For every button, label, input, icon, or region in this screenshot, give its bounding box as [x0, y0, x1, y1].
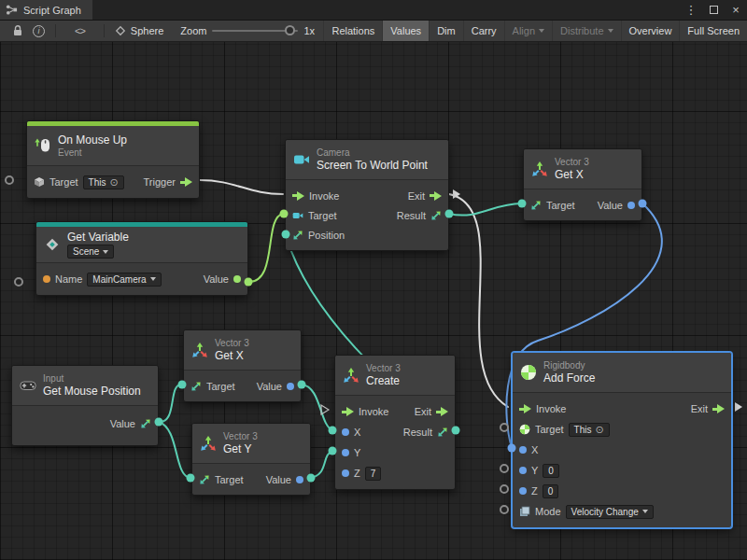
carry-button[interactable]: Carry [463, 21, 504, 41]
tab-script-graph[interactable]: Script Graph [0, 0, 92, 20]
string-port-dot[interactable] [43, 275, 50, 283]
flow-arrow-icon[interactable] [180, 177, 192, 187]
connection-dot[interactable] [187, 474, 195, 483]
flow-arrow-icon[interactable] [342, 407, 354, 416]
flow-arrow-icon[interactable] [436, 407, 448, 416]
variable-scope-dropdown[interactable]: Scene [67, 245, 114, 259]
node-get-mouse-position[interactable]: Input Get Mouse Position Value [11, 365, 159, 446]
wire-exit-to-addforce-invoke [449, 194, 508, 407]
connection-dot[interactable] [280, 210, 289, 218]
vector-port-icon[interactable] [140, 418, 151, 429]
connection-dot[interactable] [298, 381, 306, 389]
node-on-mouse-up[interactable]: On Mouse Up Event Target This⊙ Trigger [26, 120, 200, 199]
lock-icon [12, 24, 23, 37]
variable-name-dropdown[interactable]: MainCamera [87, 273, 161, 287]
connection-dot[interactable] [452, 427, 460, 435]
flow-arrow-icon[interactable] [430, 191, 442, 201]
connection-dot[interactable] [329, 447, 337, 455]
connection-dot[interactable] [178, 381, 187, 389]
node-vector3-create[interactable]: Vector 3 Create Invoke Exit X Result [334, 355, 456, 490]
lock-button[interactable] [12, 24, 23, 37]
node-add-force[interactable]: Rigidbody Add Force Invoke Exit Target T… [512, 352, 732, 528]
target-object-chip[interactable]: This⊙ [569, 423, 610, 437]
toolbar-separator [104, 24, 105, 37]
graph-canvas[interactable]: On Mouse Up Event Target This⊙ Trigger [0, 42, 747, 560]
float-port-dot[interactable] [342, 428, 349, 436]
dim-button[interactable]: Dim [429, 21, 463, 41]
port-socket[interactable] [5, 175, 14, 185]
window-menu-button[interactable]: ⋮ [680, 0, 702, 20]
flow-arrow-icon[interactable] [712, 404, 725, 413]
mode-dropdown[interactable]: Velocity Change [566, 505, 654, 519]
float-port-dot[interactable] [296, 476, 303, 483]
window-close-button[interactable]: × [725, 0, 747, 20]
variable-icon [44, 236, 61, 253]
vector-port-icon[interactable] [292, 230, 303, 241]
connection-dot[interactable] [445, 210, 454, 218]
fullscreen-button[interactable]: Full Screen [679, 21, 747, 41]
port-label-value: Value [266, 474, 291, 485]
variable-name-value: MainCamera [92, 274, 146, 285]
port-socket[interactable] [500, 423, 509, 432]
connection-dot[interactable] [518, 200, 527, 208]
wire-trigger-to-invoke [200, 180, 283, 194]
vector-port-icon[interactable] [430, 210, 442, 221]
port-socket[interactable] [500, 464, 509, 473]
float-port-dot[interactable] [342, 469, 349, 477]
port-label-exit: Exit [691, 403, 708, 414]
z-value-field[interactable]: 0 [543, 484, 559, 498]
relations-button[interactable]: Relations [323, 21, 382, 41]
float-port-dot[interactable] [519, 446, 527, 454]
node-title: Add Force [543, 371, 595, 385]
values-button[interactable]: Values [382, 21, 429, 41]
rigidbody-port-icon[interactable] [519, 424, 530, 435]
connection-dot[interactable] [282, 231, 290, 239]
node-get-x-top[interactable]: Vector 3 Get X Target Value [523, 148, 642, 221]
window-maximize-button[interactable] [702, 0, 725, 20]
connection-dot[interactable] [245, 278, 253, 287]
vector-port-icon[interactable] [190, 381, 202, 392]
inspect-button[interactable]: i [33, 25, 45, 37]
overview-button[interactable]: Overview [621, 21, 680, 41]
float-port-dot[interactable] [519, 487, 527, 495]
connection-dot[interactable] [155, 418, 163, 427]
node-group: Vector 3 [555, 157, 589, 167]
float-port-dot[interactable] [342, 449, 349, 456]
object-picker-icon: ⊙ [595, 425, 603, 434]
vector-port-icon[interactable] [530, 200, 542, 211]
zoom-slider-handle[interactable] [285, 25, 295, 35]
float-port-dot[interactable] [627, 202, 635, 209]
enum-port-icon[interactable] [519, 506, 530, 517]
float-port-dot[interactable] [519, 467, 527, 474]
node-screen-to-world-point[interactable]: Camera Screen To World Point Invoke Exit… [285, 139, 449, 251]
flow-arrow-icon[interactable] [292, 191, 304, 201]
y-value-field[interactable]: 0 [543, 464, 559, 478]
distribute-button[interactable]: Distribute [552, 21, 620, 41]
camera-port-icon[interactable] [292, 210, 303, 221]
port-socket[interactable] [500, 484, 509, 494]
align-button[interactable]: Align [504, 21, 552, 41]
edit-source-button[interactable]: <> [75, 25, 85, 36]
vector-port-icon[interactable] [437, 427, 448, 438]
connection-dot[interactable] [307, 474, 316, 483]
port-socket[interactable] [500, 505, 509, 514]
connection-dot[interactable] [329, 427, 337, 435]
target-object-chip[interactable]: This⊙ [83, 175, 124, 189]
node-title: Get Variable [67, 231, 129, 244]
vector-port-icon[interactable] [199, 474, 210, 485]
object-port-dot[interactable] [233, 275, 241, 283]
flow-arrow-icon[interactable] [519, 404, 531, 413]
node-title: Create [366, 374, 401, 387]
vector3-icon [343, 367, 359, 384]
scope-value: Scene [73, 246, 99, 257]
chevron-down-icon [642, 510, 648, 513]
zoom-slider[interactable] [212, 30, 298, 32]
float-port-dot[interactable] [287, 383, 294, 390]
node-get-y[interactable]: Vector 3 Get Y Target Value [191, 423, 311, 496]
connection-dot[interactable] [639, 200, 647, 208]
node-get-x-mid[interactable]: Vector 3 Get X Target Value [183, 329, 302, 402]
port-socket[interactable] [14, 277, 23, 287]
z-value-field[interactable]: 7 [365, 467, 382, 481]
node-get-variable[interactable]: Get Variable Scene Name MainCamera Value [35, 221, 248, 296]
connection-dot[interactable] [508, 444, 516, 453]
